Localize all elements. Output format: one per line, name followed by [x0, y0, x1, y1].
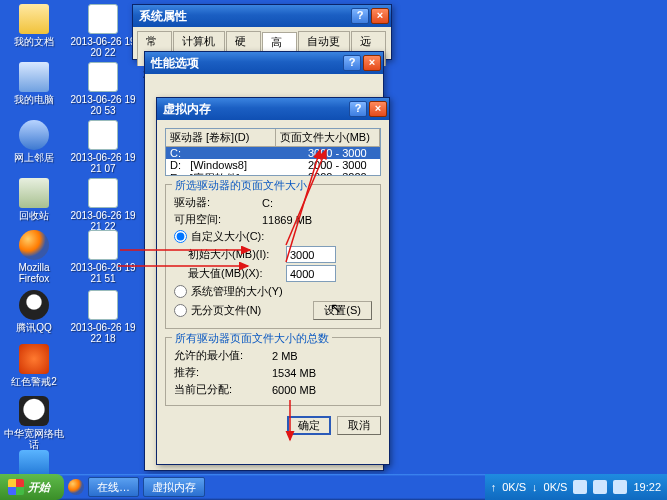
help-button[interactable]: ? [343, 55, 361, 71]
file-icon [88, 120, 118, 150]
drive-list-header: 驱动器 [卷标](D) 页面文件大小(MB) [166, 129, 380, 147]
app-icon [19, 178, 49, 208]
app-icon [19, 230, 49, 260]
net-dn: 0K/S [544, 481, 568, 493]
tray-icon[interactable] [613, 480, 627, 494]
file-icon [88, 178, 118, 208]
titlebar-perf[interactable]: 性能选项 ? × [145, 52, 383, 74]
file-icon [88, 290, 118, 320]
desktop-icon[interactable]: 2013-06-26 1921 07 [66, 120, 140, 174]
cancel-button[interactable]: 取消 [337, 416, 381, 435]
tray-icon[interactable] [593, 480, 607, 494]
titlebar-title: 系统属性 [139, 8, 187, 25]
close-button[interactable]: × [363, 55, 381, 71]
desktop-icon[interactable]: 2013-06-26 1920 22 [66, 4, 140, 58]
app-icon [19, 120, 49, 150]
ok-button[interactable]: 确定 [287, 416, 331, 435]
rec-value: 1534 MB [272, 367, 316, 379]
close-button[interactable]: × [371, 8, 389, 24]
selected-drive-value: C: [262, 197, 273, 209]
desktop-icon[interactable]: 网上邻居 [4, 120, 64, 163]
quicklaunch-firefox-icon[interactable] [68, 479, 84, 495]
max-size-input[interactable] [286, 265, 336, 282]
file-icon [88, 62, 118, 92]
help-button[interactable]: ? [351, 8, 369, 24]
drive-row[interactable]: D: [Windows8]2000 - 3000 [166, 159, 380, 171]
cur-value: 6000 MB [272, 384, 316, 396]
titlebar-title: 性能选项 [151, 55, 199, 72]
app-icon [19, 62, 49, 92]
desktop-icon[interactable]: Mozilla Firefox [4, 230, 64, 284]
cursor-icon: ↖ [330, 300, 342, 316]
desktop-icon[interactable]: 我的文档 [4, 4, 64, 47]
close-button[interactable]: × [369, 101, 387, 117]
drive-row[interactable]: E: [应用软件]2000 - 3000 [166, 171, 380, 176]
desktop-icon[interactable]: 中华宽网络电话 [4, 396, 64, 450]
min-value: 2 MB [272, 350, 298, 362]
radio-system-managed[interactable] [174, 285, 187, 298]
drive-row[interactable]: C: 3000 - 3000 [166, 147, 380, 159]
desktop-icon[interactable]: 我的电脑 [4, 62, 64, 105]
file-icon [88, 4, 118, 34]
app-icon [19, 396, 49, 426]
tray-icon[interactable] [573, 480, 587, 494]
radio-no-paging[interactable] [174, 304, 187, 317]
drive-list[interactable]: 驱动器 [卷标](D) 页面文件大小(MB) C: 3000 - 3000D: … [165, 128, 381, 176]
clock: 19:22 [633, 481, 661, 493]
desktop-icon[interactable]: 2013-06-26 1922 18 [66, 290, 140, 344]
titlebar-sysprops[interactable]: 系统属性 ? × [133, 5, 391, 27]
start-button[interactable]: 开始 [0, 474, 64, 500]
desktop-icon[interactable]: 2013-06-26 1921 51 [66, 230, 140, 284]
virtual-memory-dialog: 虚拟内存 ? × 驱动器 [卷标](D) 页面文件大小(MB) C: 3000 … [156, 97, 390, 465]
task-button-2[interactable]: 虚拟内存 [143, 477, 205, 497]
titlebar-title: 虚拟内存 [163, 101, 211, 118]
app-icon [19, 290, 49, 320]
desktop-icon[interactable]: 腾讯QQ [4, 290, 64, 333]
system-tray: ↑0K/S ↓0K/S 19:22 [485, 474, 667, 500]
group-all-drives: 所有驱动器页面文件大小的总数 [172, 331, 332, 346]
radio-custom-size[interactable] [174, 230, 187, 243]
desktop-icon[interactable]: 红色警戒2 [4, 344, 64, 387]
help-button[interactable]: ? [349, 101, 367, 117]
taskbar: 开始 在线… 虚拟内存 ↑0K/S ↓0K/S 19:22 [0, 474, 667, 500]
free-space-value: 11869 MB [262, 214, 312, 226]
group-selected-drive: 所选驱动器的页面文件大小 [172, 178, 310, 193]
net-up: 0K/S [502, 481, 526, 493]
desktop-icon[interactable]: 2013-06-26 1920 53 [66, 62, 140, 116]
app-icon [19, 4, 49, 34]
file-icon [88, 230, 118, 260]
initial-size-input[interactable] [286, 246, 336, 263]
task-button-1[interactable]: 在线… [88, 477, 139, 497]
desktop-icon[interactable]: 2013-06-26 1921 22 [66, 178, 140, 232]
desktop-icon[interactable]: 回收站 [4, 178, 64, 221]
titlebar-vm[interactable]: 虚拟内存 ? × [157, 98, 389, 120]
set-button[interactable]: 设置(S) [313, 301, 372, 320]
app-icon [19, 344, 49, 374]
